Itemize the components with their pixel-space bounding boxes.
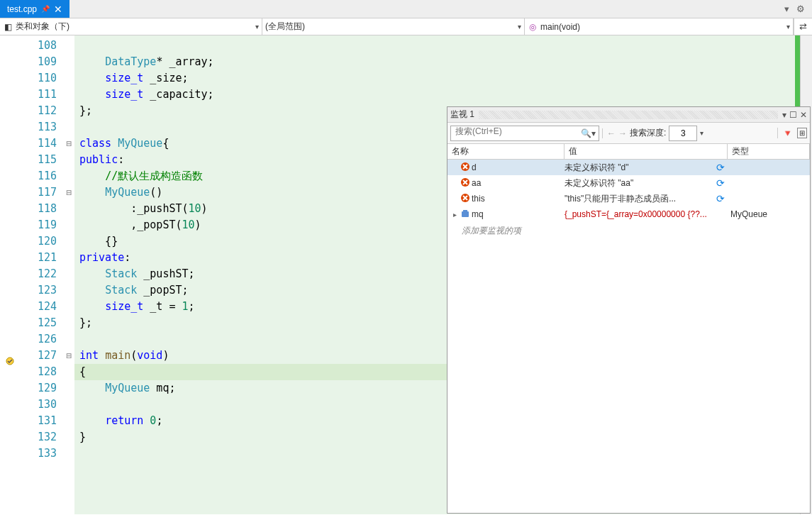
watch-value: 未定义标识符 "d" bbox=[564, 162, 716, 174]
fold-toggle bbox=[64, 54, 74, 70]
watch-value: "this"只能用于非静态成员函... bbox=[564, 193, 716, 205]
watch-toolbar: 🔍▾ ← → 搜索深度: ▾ 🔻 ⊞ bbox=[447, 123, 810, 144]
fold-toggle bbox=[64, 266, 74, 282]
fold-toggle bbox=[64, 168, 74, 184]
fold-toggle bbox=[64, 233, 74, 250]
expand-icon[interactable]: ▸ bbox=[450, 211, 459, 218]
breakpoint-indicator[interactable] bbox=[6, 357, 14, 365]
fold-toggle bbox=[64, 250, 74, 266]
depth-input[interactable] bbox=[669, 126, 697, 141]
depth-label: 搜索深度: bbox=[630, 127, 666, 139]
watch-type: MyQueue bbox=[728, 209, 810, 219]
chevron-down-icon: ▾ bbox=[255, 23, 259, 31]
fold-toggle bbox=[64, 70, 74, 87]
watch-value: 未定义标识符 "aa" bbox=[564, 177, 716, 189]
close-icon[interactable]: ✕ bbox=[54, 4, 62, 15]
fold-toggle bbox=[64, 103, 74, 119]
scope1-label: 类和对象（下) bbox=[16, 21, 255, 33]
watch-value: {_pushST={_array=0x00000000 {??... bbox=[564, 209, 725, 219]
watch-search[interactable]: 🔍▾ bbox=[450, 126, 599, 141]
svg-rect-5 bbox=[463, 210, 467, 212]
fold-toggle bbox=[64, 364, 74, 380]
grip-area[interactable] bbox=[479, 111, 778, 119]
fold-toggle bbox=[64, 87, 74, 103]
watch-rows: d未定义标识符 "d"⟳ aa未定义标识符 "aa"⟳ this"this"只能… bbox=[447, 160, 810, 513]
filter-icon[interactable]: 🔻 bbox=[782, 128, 793, 138]
scope-combo-2[interactable]: (全局范围) ▾ bbox=[262, 18, 525, 35]
nav-forward-icon[interactable]: → bbox=[618, 128, 627, 138]
add-watch-hint[interactable]: 添加要监视的项 bbox=[447, 222, 810, 240]
fold-toggle bbox=[64, 445, 74, 462]
maximize-icon[interactable]: ☐ bbox=[789, 110, 797, 120]
watch-name: this bbox=[472, 194, 485, 204]
fold-toggle[interactable]: ⊟ bbox=[64, 184, 74, 201]
watch-row[interactable]: d未定义标识符 "d"⟳ bbox=[447, 160, 810, 175]
pin-icon[interactable]: 📌 bbox=[41, 5, 50, 13]
svg-rect-4 bbox=[462, 211, 469, 217]
watch-name: mq bbox=[472, 209, 484, 219]
gear-icon[interactable]: ⚙ bbox=[796, 4, 805, 14]
fold-toggle bbox=[64, 38, 74, 54]
fold-toggle bbox=[64, 413, 74, 429]
tree-view-icon[interactable]: ⊞ bbox=[797, 128, 807, 138]
refresh-icon[interactable]: ⟳ bbox=[716, 162, 725, 173]
fold-toggle bbox=[64, 331, 74, 348]
fold-toggle bbox=[64, 119, 74, 135]
fold-toggle bbox=[64, 217, 74, 233]
scope-combo-3[interactable]: ◎ main(void) ▾ bbox=[525, 18, 794, 35]
tab-bar-right: ▾ ⚙ bbox=[784, 0, 812, 18]
object-icon bbox=[460, 209, 470, 221]
refresh-icon[interactable]: ⟳ bbox=[716, 177, 725, 189]
col-type-header[interactable]: 类型 bbox=[728, 144, 810, 159]
code-line[interactable]: DataType* _array; bbox=[74, 54, 800, 70]
error-icon bbox=[460, 162, 470, 174]
fold-column[interactable]: ⊟⊟⊟ bbox=[64, 35, 74, 514]
code-line[interactable]: size_t _size; bbox=[74, 70, 800, 87]
depth-chevron-icon[interactable]: ▾ bbox=[700, 129, 703, 137]
tab-filename: test.cpp bbox=[7, 4, 37, 14]
watch-columns-header: 名称 值 类型 bbox=[447, 144, 810, 160]
line-numbers: 1081091101111121131141151161171181191201… bbox=[21, 35, 64, 514]
watch-row[interactable]: aa未定义标识符 "aa"⟳ bbox=[447, 175, 810, 191]
chevron-down-icon: ▾ bbox=[786, 23, 790, 31]
fold-toggle bbox=[64, 282, 74, 299]
fold-toggle bbox=[64, 380, 74, 397]
refresh-icon[interactable]: ⟳ bbox=[716, 193, 725, 204]
fold-toggle bbox=[64, 152, 74, 168]
search-icon[interactable]: 🔍▾ bbox=[581, 128, 596, 138]
module-icon: ◧ bbox=[3, 22, 13, 32]
error-icon bbox=[460, 177, 470, 189]
scope3-label: main(void) bbox=[540, 22, 786, 32]
watch-row[interactable]: this"this"只能用于非静态成员函...⟳ bbox=[447, 191, 810, 206]
close-panel-icon[interactable]: ✕ bbox=[800, 110, 807, 120]
dropdown-icon[interactable]: ▾ bbox=[784, 4, 789, 14]
tab-bar: test.cpp 📌 ✕ ▾ ⚙ bbox=[0, 0, 812, 18]
watch-row[interactable]: ▸ mq{_pushST={_array=0x00000000 {??...My… bbox=[447, 206, 810, 222]
window-menu-icon[interactable]: ▾ bbox=[782, 110, 786, 120]
watch-title-label: 监视 1 bbox=[450, 109, 474, 121]
code-line[interactable]: size_t _capacity; bbox=[74, 87, 800, 103]
function-icon: ◎ bbox=[528, 22, 538, 32]
nav-back-icon[interactable]: ← bbox=[607, 128, 616, 138]
col-name-header[interactable]: 名称 bbox=[447, 144, 564, 159]
watch-panel: 监视 1 ▾ ☐ ✕ 🔍▾ ← → 搜索深度: ▾ 🔻 ⊞ 名称 值 类型 d未… bbox=[447, 106, 811, 514]
watch-name: aa bbox=[472, 178, 481, 188]
col-value-header[interactable]: 值 bbox=[564, 144, 728, 159]
fold-toggle[interactable]: ⊟ bbox=[64, 135, 74, 152]
code-line[interactable] bbox=[74, 38, 800, 54]
search-input[interactable] bbox=[455, 126, 583, 136]
scope-combo-1[interactable]: ◧ 类和对象（下) ▾ bbox=[0, 18, 262, 35]
error-icon bbox=[460, 193, 470, 205]
fold-toggle bbox=[64, 315, 74, 331]
swap-button[interactable]: ⇄ bbox=[794, 18, 812, 35]
fold-toggle bbox=[64, 429, 74, 445]
watch-name: d bbox=[472, 162, 477, 172]
watch-titlebar[interactable]: 监视 1 ▾ ☐ ✕ bbox=[447, 107, 810, 123]
fold-toggle bbox=[64, 201, 74, 217]
fold-toggle[interactable]: ⊟ bbox=[64, 348, 74, 364]
fold-toggle bbox=[64, 397, 74, 413]
file-tab[interactable]: test.cpp 📌 ✕ bbox=[0, 0, 69, 18]
nav-bar: ◧ 类和对象（下) ▾ (全局范围) ▾ ◎ main(void) ▾ ⇄ bbox=[0, 18, 812, 35]
breakpoint-gutter[interactable] bbox=[0, 35, 21, 514]
fold-toggle bbox=[64, 299, 74, 315]
